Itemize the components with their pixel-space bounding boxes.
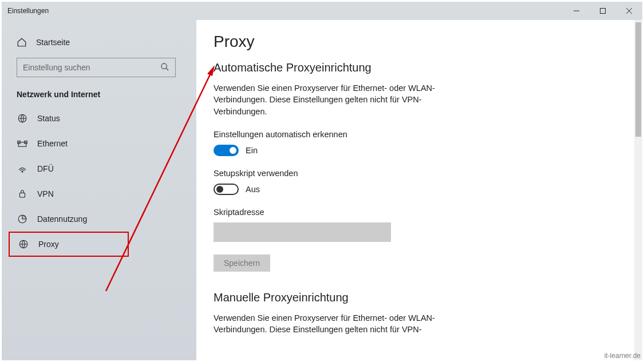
- search-wrap: [2, 58, 196, 90]
- dialup-icon: [17, 163, 28, 174]
- annotation-highlight: Proxy: [9, 232, 129, 257]
- script-address-input[interactable]: [214, 222, 391, 242]
- save-button[interactable]: Speichern: [214, 254, 270, 272]
- scrollbar-thumb[interactable]: [635, 22, 641, 137]
- auto-proxy-heading: Automatische Proxyeinrichtung: [214, 61, 625, 74]
- detect-settings-toggle[interactable]: [214, 145, 239, 156]
- svg-point-6: [22, 171, 23, 172]
- detect-settings-label: Einstellungen automatisch erkennen: [214, 130, 625, 139]
- sidebar: Startseite Netzwerk und Internet Status: [2, 20, 196, 360]
- setup-script-state: Aus: [246, 185, 260, 194]
- sidebar-item-label: VPN: [37, 189, 54, 198]
- watermark: it-learner.de: [605, 352, 641, 360]
- sidebar-item-label: Ethernet: [37, 139, 68, 148]
- sidebar-item-label: Datennutzung: [37, 214, 87, 224]
- data-usage-icon: [17, 213, 28, 225]
- home-icon: [17, 37, 27, 47]
- maximize-button[interactable]: [590, 2, 616, 20]
- window-title: Einstellungen: [7, 7, 49, 15]
- sidebar-item-status[interactable]: Status: [2, 106, 196, 131]
- content-scrollbar[interactable]: [634, 20, 642, 360]
- detect-settings-toggle-row: Ein: [214, 145, 625, 156]
- ethernet-icon: [17, 138, 28, 149]
- minimize-icon: [574, 8, 579, 14]
- detect-settings-state: Ein: [246, 146, 258, 155]
- content-pane: Proxy Automatische Proxyeinrichtung Verw…: [196, 20, 642, 360]
- maximize-icon: [600, 8, 606, 14]
- globe-icon: [18, 238, 29, 250]
- search-box[interactable]: [17, 58, 176, 77]
- svg-rect-3: [18, 142, 26, 147]
- sidebar-home-label: Startseite: [36, 38, 70, 47]
- sidebar-item-vpn[interactable]: VPN: [2, 181, 196, 206]
- minimize-button[interactable]: [563, 2, 590, 20]
- window-controls: [563, 2, 642, 20]
- sidebar-section-header: Netzwerk und Internet: [2, 90, 196, 106]
- settings-window: Einstellungen Startseite: [2, 2, 642, 360]
- auto-proxy-description: Verwenden Sie einen Proxyserver für Ethe…: [214, 82, 442, 117]
- sidebar-item-label: DFÜ: [37, 164, 54, 173]
- globe-icon: [17, 113, 28, 124]
- setup-script-toggle[interactable]: [214, 184, 239, 195]
- close-button[interactable]: [616, 2, 642, 20]
- sidebar-item-label: Proxy: [38, 240, 59, 249]
- setup-script-toggle-row: Aus: [214, 184, 625, 195]
- sidebar-home[interactable]: Startseite: [2, 31, 196, 58]
- body-area: Startseite Netzwerk und Internet Status: [2, 20, 642, 360]
- script-address-label: Skriptadresse: [214, 208, 625, 217]
- manual-proxy-heading: Manuelle Proxyeinrichtung: [214, 291, 625, 304]
- sidebar-item-dfue[interactable]: DFÜ: [2, 156, 196, 181]
- svg-rect-0: [600, 9, 606, 14]
- close-icon: [626, 8, 632, 14]
- nav-list: Status Ethernet DFÜ: [2, 106, 196, 257]
- manual-proxy-description: Verwenden Sie einen Proxyserver für Ethe…: [214, 312, 442, 336]
- search-input[interactable]: [17, 63, 175, 72]
- sidebar-item-datausage[interactable]: Datennutzung: [2, 206, 196, 232]
- sidebar-item-ethernet[interactable]: Ethernet: [2, 131, 196, 156]
- vpn-icon: [17, 188, 28, 200]
- sidebar-item-label: Status: [37, 114, 60, 123]
- sidebar-item-proxy[interactable]: Proxy: [10, 233, 128, 256]
- page-title: Proxy: [214, 33, 625, 51]
- svg-rect-7: [20, 193, 25, 198]
- setup-script-label: Setupskript verwenden: [214, 169, 625, 178]
- titlebar: Einstellungen: [2, 2, 642, 20]
